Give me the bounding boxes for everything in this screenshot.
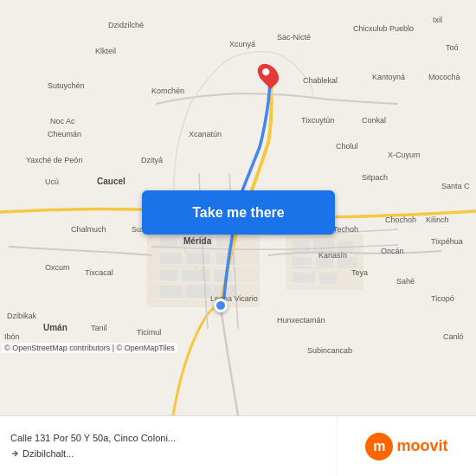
svg-text:Techoh: Techoh bbox=[333, 225, 358, 234]
svg-text:Dzibikak: Dzibikak bbox=[7, 312, 37, 320]
destination-marker bbox=[260, 62, 277, 87]
svg-text:Sutuychén: Sutuychén bbox=[48, 81, 85, 90]
svg-text:Chochoh: Chochoh bbox=[385, 215, 416, 224]
svg-text:Yaxché de Peón: Yaxché de Peón bbox=[26, 156, 82, 164]
map-container: Dzidzilché Xcunyá Sac-Nicté Chicxulub Pu… bbox=[0, 0, 476, 415]
svg-text:Canló: Canló bbox=[443, 332, 464, 341]
svg-rect-13 bbox=[215, 270, 232, 282]
svg-text:Kantoyná: Kantoyná bbox=[372, 73, 405, 81]
svg-text:Klkteil: Klkteil bbox=[95, 47, 116, 55]
svg-text:Teya: Teya bbox=[351, 268, 368, 277]
moovit-logo-area: m moovit bbox=[338, 416, 476, 476]
svg-text:Dzidzilché: Dzidzilché bbox=[108, 21, 144, 29]
svg-text:Umán: Umán bbox=[43, 323, 68, 332]
svg-rect-12 bbox=[182, 270, 209, 282]
svg-text:Komchén: Komchén bbox=[151, 87, 184, 95]
svg-text:Mocochá: Mocochá bbox=[428, 73, 460, 81]
svg-text:Tixpéhua: Tixpéhua bbox=[431, 237, 463, 246]
svg-text:Noc Ac: Noc Ac bbox=[50, 117, 75, 125]
svg-text:Sahé: Sahé bbox=[396, 277, 415, 286]
destination-text: Dzibilchalt... bbox=[23, 447, 74, 460]
svg-text:Ucú: Ucú bbox=[45, 177, 59, 186]
svg-rect-11 bbox=[160, 270, 177, 282]
svg-text:Chicxulub Pueblo: Chicxulub Pueblo bbox=[353, 24, 414, 33]
svg-rect-24 bbox=[293, 273, 315, 284]
route-info: Calle 131 Por 50 Y 50a, Cinco Coloni... … bbox=[0, 416, 338, 476]
svg-text:Sac-Nicté: Sac-Nicté bbox=[277, 33, 311, 42]
bottom-bar: Calle 131 Por 50 Y 50a, Cinco Coloni... … bbox=[0, 415, 476, 476]
svg-text:Ticimul: Ticimul bbox=[137, 328, 161, 337]
svg-text:Caucel: Caucel bbox=[97, 177, 125, 186]
svg-text:Toó: Toó bbox=[446, 43, 459, 52]
svg-text:Tanil: Tanil bbox=[91, 324, 107, 332]
svg-rect-8 bbox=[160, 253, 182, 266]
svg-text:Tixcuytún: Tixcuytún bbox=[301, 116, 334, 125]
svg-rect-18 bbox=[293, 241, 310, 253]
origin-marker bbox=[214, 299, 228, 312]
svg-text:Cheumán: Cheumán bbox=[48, 130, 81, 138]
svg-text:Conkal: Conkal bbox=[362, 116, 386, 125]
svg-text:Ticopó: Ticopó bbox=[431, 294, 454, 303]
arrow-icon bbox=[10, 449, 19, 458]
svg-text:Ibón: Ibón bbox=[4, 332, 20, 341]
moovit-logo: m moovit bbox=[365, 433, 447, 460]
svg-text:Kilinch: Kilinch bbox=[426, 215, 449, 224]
svg-text:X-Cuyum: X-Cuyum bbox=[388, 151, 421, 159]
svg-text:Ixil: Ixil bbox=[433, 16, 442, 24]
svg-text:Xcanatún: Xcanatún bbox=[189, 130, 222, 138]
svg-text:Cholul: Cholul bbox=[336, 142, 358, 151]
svg-text:Kanasín: Kanasín bbox=[318, 251, 347, 260]
svg-rect-25 bbox=[319, 273, 337, 284]
svg-text:Subincancab: Subincancab bbox=[307, 346, 352, 355]
origin-text: Calle 131 Por 50 Y 50a, Cinco Coloni... bbox=[10, 432, 326, 445]
svg-rect-15 bbox=[186, 286, 210, 298]
svg-text:Mérida: Mérida bbox=[183, 236, 212, 246]
svg-text:Xcunyá: Xcunyá bbox=[229, 40, 255, 48]
svg-text:Oncán: Oncán bbox=[381, 247, 404, 255]
svg-rect-21 bbox=[293, 257, 312, 268]
moovit-text: moovit bbox=[396, 437, 447, 455]
osm-attribution: © OpenStreetMap contributors | © OpenMap… bbox=[2, 343, 177, 353]
svg-text:Dzityá: Dzityá bbox=[141, 156, 163, 164]
svg-text:Sitpach: Sitpach bbox=[362, 173, 388, 182]
svg-text:Chablekal: Chablekal bbox=[303, 76, 338, 85]
svg-text:Santa C: Santa C bbox=[441, 182, 470, 190]
take-me-there-button[interactable]: Take me there bbox=[142, 190, 335, 235]
svg-text:Tixcacal: Tixcacal bbox=[85, 268, 113, 277]
take-me-there-label: Take me there bbox=[192, 205, 284, 221]
svg-text:Oxcum: Oxcum bbox=[45, 263, 70, 272]
moovit-icon: m bbox=[365, 433, 393, 460]
svg-rect-5 bbox=[160, 234, 177, 247]
svg-rect-14 bbox=[160, 286, 182, 298]
svg-text:Hunxectamán: Hunxectamán bbox=[277, 316, 325, 325]
svg-text:Chalmuch: Chalmuch bbox=[71, 225, 106, 234]
